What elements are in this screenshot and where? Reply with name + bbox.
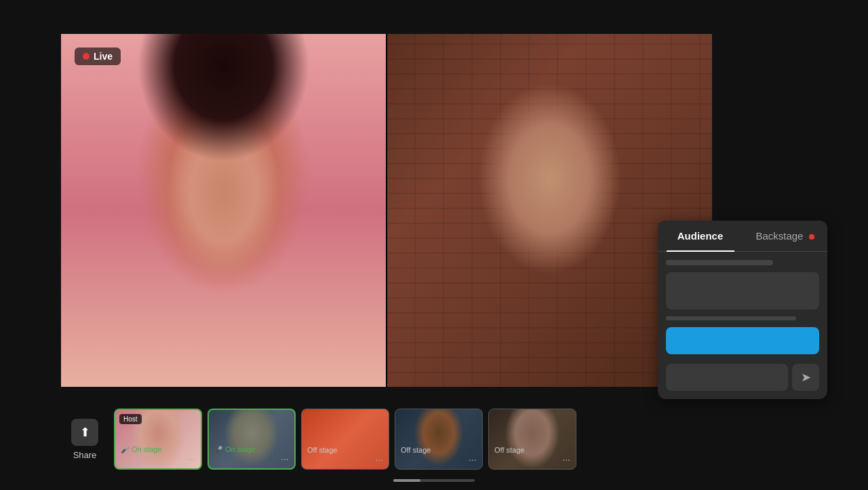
panel-body: ➤	[658, 252, 827, 399]
share-icon: ⬆	[71, 419, 98, 446]
scroll-thumb[interactable]	[393, 479, 420, 482]
backstage-notification-dot	[809, 234, 814, 240]
panel-tabs: Audience Backstage	[658, 221, 827, 252]
live-dot	[83, 53, 90, 60]
share-button[interactable]: ⬆ Share	[61, 413, 108, 466]
stage-area: Live	[61, 34, 712, 387]
mic-icon-2: 🎤	[214, 446, 222, 453]
share-label: Share	[73, 450, 97, 460]
host-badge-1: Host	[119, 414, 142, 424]
mic-icon-1: 🎤	[121, 446, 129, 453]
thumb-label-5: Off stage	[494, 446, 524, 454]
tab-backstage[interactable]: Backstage	[743, 221, 827, 251]
tab-audience[interactable]: Audience	[658, 221, 743, 251]
thumbnail-1[interactable]: Host 🎤 On stage ···	[114, 409, 202, 470]
send-button[interactable]: ➤	[792, 364, 819, 391]
thumb-status-1: On stage	[132, 445, 162, 453]
panel-chat-row: ➤	[666, 364, 819, 391]
thumb-status-3: Off stage	[307, 446, 337, 454]
thumbnails-row: Host 🎤 On stage ··· 🎤 On stage ··· Off s…	[114, 409, 807, 470]
live-badge: Live	[75, 48, 121, 65]
chat-input[interactable]	[666, 364, 788, 391]
thumb-status-2: On stage	[225, 445, 256, 453]
panel-box-1	[666, 272, 819, 309]
live-text: Live	[94, 51, 113, 62]
thumbnail-2[interactable]: 🎤 On stage ···	[208, 409, 296, 470]
thumbnail-4[interactable]: Off stage ···	[395, 409, 483, 470]
thumbnail-3[interactable]: Off stage ···	[301, 409, 389, 470]
thumb-label-3: Off stage	[307, 446, 337, 454]
thumb-menu-4[interactable]: ···	[469, 454, 477, 465]
panel-action-button[interactable]	[666, 327, 819, 354]
thumb-label-2: 🎤 On stage	[214, 445, 256, 453]
panel-thin-1	[666, 316, 796, 320]
right-panel: Audience Backstage ➤	[658, 221, 827, 399]
thumb-menu-3[interactable]: ···	[375, 454, 383, 465]
thumb-status-5: Off stage	[494, 446, 524, 454]
thumb-label-4: Off stage	[401, 446, 431, 454]
thumb-menu-2[interactable]: ···	[281, 453, 289, 464]
scroll-track	[393, 479, 475, 482]
thumbnail-5[interactable]: Off stage ···	[488, 409, 576, 470]
bottom-bar: ⬆ Share Host 🎤 On stage ··· 🎤 On stage	[0, 409, 868, 470]
thumb-menu-5[interactable]: ···	[562, 454, 570, 465]
thumb-menu-1[interactable]: ···	[187, 453, 195, 464]
video-left-host: Live	[61, 34, 386, 387]
app-background: Live Audience Backstage ➤	[0, 0, 868, 490]
panel-bar-1	[666, 260, 773, 265]
thumb-status-4: Off stage	[401, 446, 431, 454]
thumb-label-1: 🎤 On stage	[121, 445, 162, 453]
